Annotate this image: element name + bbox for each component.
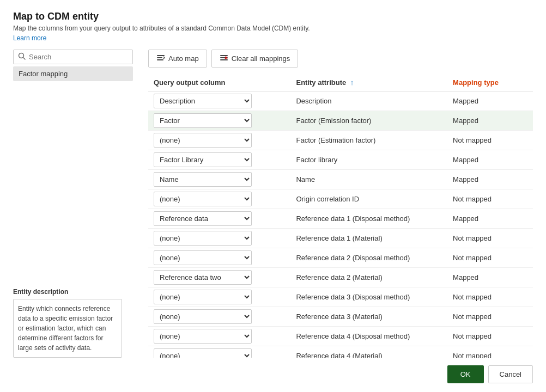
query-col-select[interactable]: Reference data two [154, 270, 252, 285]
learn-more-link[interactable]: Learn more [13, 34, 533, 42]
mapping-type-cell: Mapped [447, 268, 533, 287]
table-row: (none) [148, 307, 290, 327]
table-row: (none) [148, 248, 290, 268]
svg-rect-3 [157, 57, 162, 58]
entity-description-text: Entity which connects reference data to … [13, 299, 122, 358]
search-icon [18, 52, 26, 62]
query-col-select[interactable]: Description [154, 94, 252, 108]
mapping-type-cell: Mapped [447, 111, 533, 131]
entity-attr-cell: Name [290, 170, 447, 189]
mapping-type-cell: Not mapped [447, 287, 533, 307]
entity-attr-cell: Description [290, 91, 447, 111]
query-col-select[interactable]: (none) [154, 231, 252, 246]
mapping-type-cell: Not mapped [447, 307, 533, 327]
page-title: Map to CDM entity [13, 11, 533, 22]
mapping-type-cell: Mapped [447, 91, 533, 111]
sidebar-item-factor-mapping[interactable]: Factor mapping [13, 66, 133, 81]
query-col-select[interactable]: (none) [154, 290, 252, 304]
col-header-mapping: Mapping type [447, 75, 533, 91]
entity-attr-cell: Factor library [290, 150, 447, 170]
search-input[interactable] [29, 53, 128, 61]
svg-rect-5 [220, 55, 228, 56]
table-row: Description [148, 91, 290, 111]
auto-map-icon [156, 53, 165, 64]
toolbar: Auto map Clear all mappings [148, 50, 533, 68]
clear-mappings-button[interactable]: Clear all mappings [211, 50, 299, 68]
svg-rect-2 [157, 55, 165, 56]
table-row: (none) [148, 346, 290, 358]
entity-attr-cell: Reference data 3 (Material) [290, 307, 447, 327]
mapping-table-container: Query output column Entity attribute ↑ M… [148, 75, 533, 358]
footer: OK Cancel [13, 358, 533, 383]
auto-map-button[interactable]: Auto map [148, 50, 207, 68]
entity-attr-cell: Reference data 2 (Material) [290, 268, 447, 287]
table-row: Factor Library [148, 150, 290, 170]
query-col-select[interactable]: (none) [154, 250, 252, 265]
query-col-select[interactable]: (none) [154, 329, 252, 344]
entity-description-label: Entity description [13, 288, 133, 296]
svg-rect-4 [157, 59, 163, 60]
mapping-table: Query output column Entity attribute ↑ M… [148, 75, 533, 358]
clear-mappings-icon [220, 53, 228, 64]
page-subtitle: Map the columns from your query output t… [13, 24, 533, 32]
entity-attr-cell: Reference data 3 (Disposal method) [290, 287, 447, 307]
ok-button[interactable]: OK [447, 365, 484, 383]
query-col-select[interactable]: Name [154, 172, 252, 187]
entity-attr-cell: Reference data 1 (Material) [290, 229, 447, 248]
svg-rect-7 [220, 59, 228, 60]
mapping-type-cell: Mapped [447, 170, 533, 189]
query-col-select[interactable]: Reference data [154, 211, 252, 226]
mapping-type-cell: Mapped [447, 209, 533, 229]
table-row: (none) [148, 189, 290, 209]
entity-attr-cell: Reference data 4 (Material) [290, 346, 447, 358]
col-header-query: Query output column [148, 75, 290, 91]
table-row: (none) [148, 131, 290, 150]
mapping-type-cell: Not mapped [447, 131, 533, 150]
cancel-button[interactable]: Cancel [488, 365, 533, 383]
entity-attr-cell: Factor (Emission factor) [290, 111, 447, 131]
entity-attr-cell: Reference data 4 (Disposal method) [290, 327, 447, 346]
table-row: Reference data [148, 209, 290, 229]
mapping-type-cell: Not mapped [447, 346, 533, 358]
query-col-select[interactable]: (none) [154, 309, 252, 324]
table-row: Name [148, 170, 290, 189]
mapping-type-cell: Not mapped [447, 229, 533, 248]
clear-mappings-label: Clear all mappings [232, 54, 290, 63]
auto-map-label: Auto map [168, 54, 199, 63]
query-col-select[interactable]: Factor Library [154, 152, 252, 167]
table-row: Reference data two [148, 268, 290, 287]
mapping-type-cell: Not mapped [447, 189, 533, 209]
table-row: Factor [148, 111, 290, 131]
sort-icon[interactable]: ↑ [350, 78, 354, 87]
entity-attr-cell: Reference data 2 (Disposal method) [290, 248, 447, 268]
entity-attr-cell: Origin correlation ID [290, 189, 447, 209]
mapping-type-cell: Not mapped [447, 327, 533, 346]
sidebar: Factor mapping Entity description Entity… [13, 50, 133, 358]
search-box[interactable] [13, 50, 133, 64]
table-row: (none) [148, 287, 290, 307]
mapping-type-cell: Not mapped [447, 248, 533, 268]
query-col-select[interactable]: Factor [154, 113, 252, 128]
query-col-select[interactable]: (none) [154, 348, 252, 358]
query-col-select[interactable]: (none) [154, 192, 252, 206]
entity-description-section: Entity description Entity which connects… [13, 281, 133, 358]
mapping-type-cell: Mapped [447, 150, 533, 170]
query-col-select[interactable]: (none) [154, 133, 252, 148]
entity-attr-cell: Reference data 1 (Disposal method) [290, 209, 447, 229]
main-panel: Auto map Clear all mappings [133, 50, 533, 358]
svg-line-1 [23, 58, 26, 60]
table-row: (none) [148, 327, 290, 346]
entity-attr-cell: Factor (Estimation factor) [290, 131, 447, 150]
table-row: (none) [148, 229, 290, 248]
col-header-entity: Entity attribute ↑ [290, 75, 447, 91]
